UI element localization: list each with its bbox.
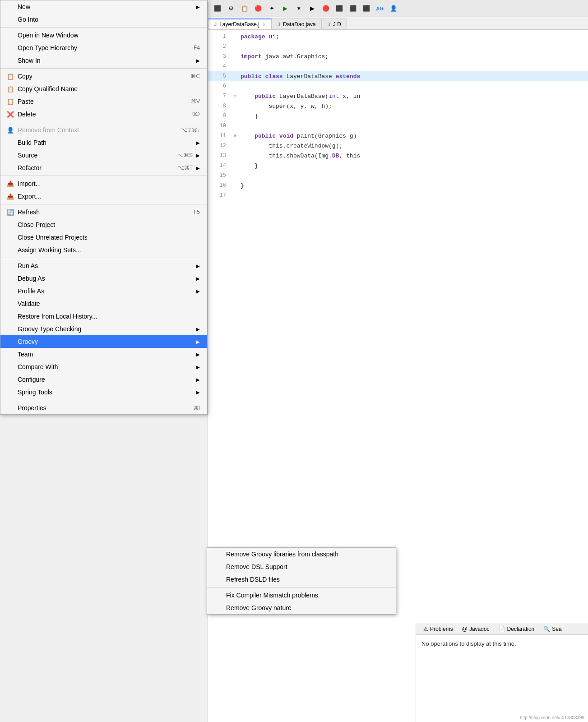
menu-item-configure[interactable]: Configure▶ bbox=[0, 373, 207, 386]
menu-label-open-type-hierarchy: Open Type Hierarchy bbox=[18, 44, 180, 51]
menu-arrow-profile-as: ▶ bbox=[196, 289, 200, 294]
menu-label-team: Team bbox=[18, 351, 193, 358]
menu-item-restore-from-local-history[interactable]: Restore from Local History... bbox=[0, 310, 207, 323]
menu-item-new[interactable]: New▶ bbox=[0, 0, 207, 13]
menu-item-validate[interactable]: Validate bbox=[0, 297, 207, 310]
menu-icon-refresh: 🔄 bbox=[6, 209, 15, 216]
menu-divider-after-refactor bbox=[0, 176, 207, 176]
submenu-item-refresh-dsld-files[interactable]: Refresh DSLD files bbox=[207, 573, 396, 586]
menu-item-close-unrelated-projects[interactable]: Close Unrelated Projects bbox=[0, 231, 207, 244]
toolbar-btn-stop[interactable]: 🔴 bbox=[320, 3, 332, 14]
code-line-7: 7 ⊖ public LayerDataBase(int x, in bbox=[208, 91, 588, 101]
menu-item-import[interactable]: 📥Import... bbox=[0, 177, 207, 190]
submenu-item-remove-groovy-nature[interactable]: Remove Groovy nature bbox=[207, 602, 396, 614]
menu-divider-after-go-into bbox=[0, 27, 207, 28]
code-line-13: 13 this.showData(Img.DB, this bbox=[208, 151, 588, 161]
toolbar-btn-star[interactable]: ✦ bbox=[266, 3, 278, 14]
tab-search[interactable]: 🔍 Sea bbox=[540, 625, 565, 634]
tab-declaration[interactable]: 📄 Declaration bbox=[495, 625, 538, 634]
menu-item-groovy-type-checking[interactable]: Groovy Type Checking▶ bbox=[0, 323, 207, 335]
menu-shortcut-paste: ⌘V bbox=[191, 98, 200, 105]
menu-item-debug-as[interactable]: Debug As▶ bbox=[0, 272, 207, 285]
menu-item-spring-tools[interactable]: Spring Tools▶ bbox=[0, 386, 207, 398]
menu-icon-paste: 📋 bbox=[6, 98, 15, 105]
toolbar-btn-run2[interactable]: ▶ bbox=[306, 3, 318, 14]
menu-item-delete[interactable]: ❌Delete⌦ bbox=[0, 108, 207, 120]
menu-item-compare-with[interactable]: Compare With▶ bbox=[0, 361, 207, 373]
menu-item-run-as[interactable]: Run As▶ bbox=[0, 259, 207, 272]
submenu-item-remove-dsl-support[interactable]: Remove DSL Support bbox=[207, 560, 396, 573]
menu-label-assign-working-sets: Assign Working Sets... bbox=[18, 246, 200, 254]
menu-item-source[interactable]: Source⌥⌘S▶ bbox=[0, 149, 207, 162]
menu-icon-export: 📤 bbox=[6, 193, 15, 200]
code-line-1: 1 package ui; bbox=[208, 32, 588, 42]
tab-icon-layer-database: J bbox=[214, 22, 217, 27]
code-line-8: 8 super(x, y, w, h); bbox=[208, 101, 588, 111]
code-line-14: 14 } bbox=[208, 161, 588, 171]
tab-close-layer-database[interactable]: ✕ bbox=[262, 22, 266, 27]
toolbar-btn-extra1[interactable]: ⬛ bbox=[333, 3, 345, 14]
menu-divider-after-assign-working-sets bbox=[0, 258, 207, 258]
toolbar-btn-profile[interactable]: 👤 bbox=[388, 3, 399, 14]
menu-item-profile-as[interactable]: Profile As▶ bbox=[0, 285, 207, 297]
toolbar-btn-settings[interactable]: ⚙ bbox=[225, 3, 237, 14]
tab-javadoc[interactable]: @ Javadoc bbox=[458, 625, 493, 634]
code-line-5: 5 public class LayerDataBase extends bbox=[208, 71, 588, 81]
toolbar-btn-run[interactable]: ▶ bbox=[279, 3, 291, 14]
menu-item-remove-from-context[interactable]: 👤Remove from Context⌥⇧⌘↓ bbox=[0, 124, 207, 136]
menu-label-remove-from-context: Remove from Context bbox=[18, 126, 167, 134]
toolbar-btn-dropdown[interactable]: ▾ bbox=[293, 3, 305, 14]
menu-label-groovy-type-checking: Groovy Type Checking bbox=[18, 325, 193, 333]
tab-layer-database[interactable]: J LayerDataBase.j ✕ bbox=[208, 19, 272, 29]
menu-label-import: Import... bbox=[18, 180, 200, 187]
menu-item-copy-qualified-name[interactable]: 📋Copy Qualified Name bbox=[0, 83, 207, 95]
menu-item-team[interactable]: Team▶ bbox=[0, 348, 207, 361]
menu-item-refactor[interactable]: Refactor⌥⌘T▶ bbox=[0, 162, 207, 174]
tab-data-dao[interactable]: J DataDao.java bbox=[272, 19, 322, 29]
menu-item-go-into[interactable]: Go Into bbox=[0, 13, 207, 26]
watermark-text: http://blog.csdn.net/u013803399 bbox=[520, 715, 584, 720]
menu-item-open-new-window[interactable]: Open in New Window bbox=[0, 29, 207, 42]
menu-item-build-path[interactable]: Build Path▶ bbox=[0, 136, 207, 149]
submenu-label-remove-groovy-nature: Remove Groovy nature bbox=[226, 604, 389, 611]
menu-label-properties: Properties bbox=[18, 404, 180, 412]
toolbar-btn-bug[interactable]: 🔴 bbox=[252, 3, 264, 14]
menu-item-export[interactable]: 📤Export... bbox=[0, 190, 207, 203]
toolbar-btn-layout[interactable]: ⬛ bbox=[212, 3, 223, 14]
code-line-15: 15 bbox=[208, 171, 588, 180]
submenu-label-remove-dsl-support: Remove DSL Support bbox=[226, 563, 389, 570]
menu-item-groovy[interactable]: Groovy▶ bbox=[0, 335, 207, 348]
submenu-item-remove-groovy-libs[interactable]: Remove Groovy libraries from classpath bbox=[207, 548, 396, 560]
menu-item-show-in[interactable]: Show In▶ bbox=[0, 54, 207, 67]
menu-label-new: New bbox=[18, 3, 193, 10]
menu-item-properties[interactable]: Properties⌘I bbox=[0, 402, 207, 414]
tab-icon-data-dao: J bbox=[278, 22, 280, 27]
toolbar-btn-ai[interactable]: AI+ bbox=[374, 3, 386, 14]
menu-shortcut-remove-from-context: ⌥⇧⌘↓ bbox=[181, 127, 200, 133]
bottom-panel: ⚠ Problems @ Javadoc 📄 Declaration 🔍 Sea… bbox=[416, 623, 588, 722]
menu-label-paste: Paste bbox=[18, 98, 177, 105]
submenu-item-fix-compiler-mismatch[interactable]: Fix Compiler Mismatch problems bbox=[207, 589, 396, 602]
tab-unknown[interactable]: J J D bbox=[322, 19, 347, 29]
tab-declaration-label: Declaration bbox=[507, 626, 535, 632]
menu-item-paste[interactable]: 📋Paste⌘V bbox=[0, 95, 207, 108]
menu-arrow-run-as: ▶ bbox=[196, 264, 200, 268]
menu-item-assign-working-sets[interactable]: Assign Working Sets... bbox=[0, 244, 207, 256]
menu-label-source: Source bbox=[18, 152, 164, 159]
menu-label-delete: Delete bbox=[18, 111, 179, 118]
submenu-divider-after-refresh-dsld-files bbox=[207, 587, 396, 588]
menu-label-profile-as: Profile As bbox=[18, 287, 193, 295]
toolbar-btn-extra2[interactable]: ⬛ bbox=[347, 3, 359, 14]
menu-label-go-into: Go Into bbox=[18, 16, 200, 23]
toolbar-btn-copy[interactable]: 📋 bbox=[239, 3, 250, 14]
menu-arrow-groovy: ▶ bbox=[196, 339, 200, 344]
menu-arrow-groovy-type-checking: ▶ bbox=[196, 327, 200, 332]
menu-label-run-as: Run As bbox=[18, 262, 193, 269]
menu-item-refresh[interactable]: 🔄RefreshF5 bbox=[0, 206, 207, 218]
toolbar-btn-extra3[interactable]: ⬛ bbox=[361, 3, 372, 14]
menu-arrow-team: ▶ bbox=[196, 352, 200, 357]
menu-item-copy[interactable]: 📋Copy⌘C bbox=[0, 70, 207, 83]
menu-item-open-type-hierarchy[interactable]: Open Type HierarchyF4 bbox=[0, 42, 207, 54]
menu-item-close-project[interactable]: Close Project bbox=[0, 218, 207, 231]
tab-problems[interactable]: ⚠ Problems bbox=[420, 625, 457, 634]
